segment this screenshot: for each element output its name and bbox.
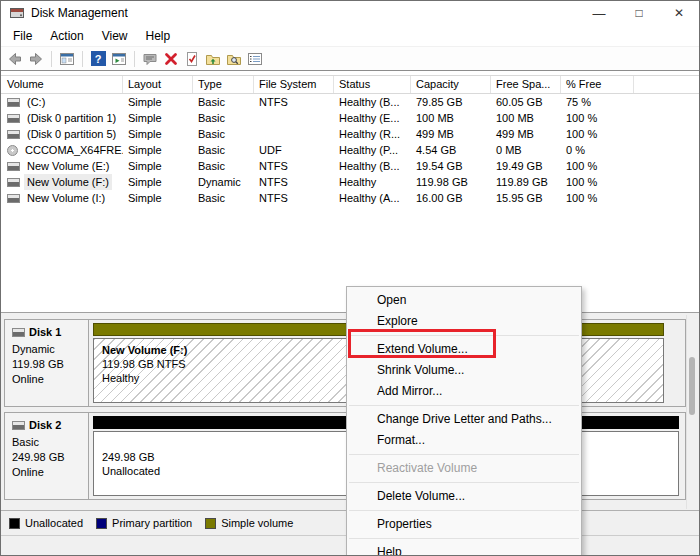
menubar-item[interactable]: Help xyxy=(137,29,180,43)
help-icon[interactable]: ? xyxy=(89,50,107,68)
column-header[interactable]: % Free xyxy=(561,76,634,93)
context-menu-item-label: Open xyxy=(377,293,406,307)
volume-pct-free: 100 % xyxy=(561,126,634,142)
minimize-button[interactable]: — xyxy=(579,1,619,25)
context-menu-item[interactable]: Reactivate Volume xyxy=(347,458,581,479)
folder-find-icon[interactable] xyxy=(225,50,243,68)
volume-row[interactable]: New Volume (F:) Simple Dynamic NTFS Heal… xyxy=(1,174,699,190)
disk-state: Online xyxy=(12,465,88,480)
show-console-tree-icon[interactable] xyxy=(58,50,76,68)
context-menu-item-label: Extend Volume... xyxy=(377,342,468,356)
context-menu-item[interactable]: Shrink Volume... xyxy=(347,360,581,381)
volume-capacity: 16.00 GB xyxy=(411,190,491,206)
screen-tip-icon[interactable] xyxy=(141,50,159,68)
context-menu-item[interactable]: Open xyxy=(347,290,581,311)
context-menu-item[interactable]: Extend Volume... xyxy=(347,339,581,360)
menubar-item[interactable]: Action xyxy=(41,29,92,43)
menubar-item[interactable]: View xyxy=(93,29,137,43)
volume-pct-free: 100 % xyxy=(561,158,634,174)
disk-kind: Basic xyxy=(12,435,88,450)
menubar-item[interactable]: File xyxy=(4,29,41,43)
volume-free-space: 499 MB xyxy=(491,126,561,142)
window-title: Disk Management xyxy=(31,6,128,20)
context-menu-item[interactable] xyxy=(347,402,581,409)
column-header[interactable]: Capacity xyxy=(411,76,491,93)
context-menu-item[interactable] xyxy=(347,332,581,339)
disk-row: Disk 2 Basic 249.98 GB Online 249.98 GB … xyxy=(4,412,686,500)
close-button[interactable]: ✕ xyxy=(659,1,699,25)
context-menu-item[interactable]: Help xyxy=(347,542,581,556)
volume-layout: Simple xyxy=(123,94,193,110)
volume-type: Basic xyxy=(193,142,254,158)
column-header[interactable]: Status xyxy=(334,76,411,93)
disk-icon xyxy=(12,421,25,430)
context-menu-item-label: Change Drive Letter and Paths... xyxy=(377,412,552,426)
volume-row[interactable]: (Disk 0 partition 1) Simple Basic Health… xyxy=(1,110,699,126)
volume-layout: Simple xyxy=(123,190,193,206)
volume-free-space: 19.49 GB xyxy=(491,158,561,174)
disk-name: Disk 2 xyxy=(29,418,61,433)
vertical-scrollbar[interactable] xyxy=(686,315,697,509)
volume-disk-icon xyxy=(7,145,18,156)
context-menu-item[interactable] xyxy=(347,479,581,486)
context-menu-item[interactable]: Properties xyxy=(347,514,581,535)
context-menu-item[interactable]: Change Drive Letter and Paths... xyxy=(347,409,581,430)
volume-row[interactable]: New Volume (E:) Simple Basic NTFS Health… xyxy=(1,158,699,174)
context-menu-item-label: Delete Volume... xyxy=(377,489,465,503)
volume-capacity: 499 MB xyxy=(411,126,491,142)
volume-status: Healthy (R... xyxy=(334,126,411,142)
scrollbar-thumb[interactable] xyxy=(689,357,695,415)
disk-label-panel[interactable]: Disk 2 Basic 249.98 GB Online xyxy=(5,413,89,499)
context-menu-item[interactable]: Format... xyxy=(347,430,581,451)
context-menu-item[interactable] xyxy=(347,507,581,514)
delete-volume-icon[interactable] xyxy=(162,50,180,68)
volume-list-pane: Volume Layout Type File System Status Ca… xyxy=(1,75,699,312)
column-header[interactable]: Volume xyxy=(1,76,123,93)
column-header[interactable]: Type xyxy=(193,76,254,93)
volume-capacity: 100 MB xyxy=(411,110,491,126)
volume-row[interactable]: CCCOMA_X64FRE... Simple Basic UDF Health… xyxy=(1,142,699,158)
column-header[interactable]: File System xyxy=(254,76,334,93)
volume-free-space: 0 MB xyxy=(491,142,561,158)
app-icon xyxy=(9,5,25,21)
forward-icon[interactable] xyxy=(27,50,45,68)
disk-size: 119.98 GB xyxy=(12,357,88,372)
folder-up-icon[interactable] xyxy=(204,50,222,68)
volume-row[interactable]: New Volume (I:) Simple Basic NTFS Health… xyxy=(1,190,699,206)
volume-row[interactable]: (Disk 0 partition 5) Simple Basic Health… xyxy=(1,126,699,142)
legend-swatch xyxy=(96,518,107,529)
context-menu-item[interactable]: Add Mirror... xyxy=(347,381,581,402)
volume-disk-icon xyxy=(7,98,20,107)
column-header[interactable]: Free Spa... xyxy=(491,76,561,93)
legend-label: Primary partition xyxy=(112,517,192,529)
volume-filesystem xyxy=(254,126,334,142)
disk-name: Disk 1 xyxy=(29,325,61,340)
context-menu-item[interactable] xyxy=(347,535,581,542)
context-menu-item-label: Explore xyxy=(377,314,418,328)
context-menu-item[interactable]: Delete Volume... xyxy=(347,486,581,507)
context-menu-item[interactable] xyxy=(347,451,581,458)
volume-name: (Disk 0 partition 5) xyxy=(24,126,119,142)
check-document-icon[interactable] xyxy=(183,50,201,68)
context-menu-item[interactable]: Explore xyxy=(347,311,581,332)
volume-filesystem: NTFS xyxy=(254,94,334,110)
volume-filesystem: UDF xyxy=(254,142,334,158)
volume-type: Basic xyxy=(193,126,254,142)
volume-list-header: Volume Layout Type File System Status Ca… xyxy=(1,75,699,94)
volume-list-rows: (C:) Simple Basic NTFS Healthy (B... 79.… xyxy=(1,94,699,206)
maximize-button[interactable]: □ xyxy=(619,1,659,25)
volume-name: CCCOMA_X64FRE... xyxy=(22,142,123,158)
volume-status: Healthy (B... xyxy=(334,158,411,174)
legend-swatch xyxy=(205,518,216,529)
volume-disk-icon xyxy=(7,178,20,187)
disk-label-panel[interactable]: Disk 1 Dynamic 119.98 GB Online xyxy=(5,320,89,406)
volume-pct-free: 75 % xyxy=(561,94,634,110)
toolbar-separator xyxy=(134,51,135,67)
properties-icon[interactable] xyxy=(246,50,264,68)
volume-layout: Simple xyxy=(123,142,193,158)
show-action-pane-icon[interactable] xyxy=(110,50,128,68)
disk-row: Disk 1 Dynamic 119.98 GB Online New Volu… xyxy=(4,319,686,407)
volume-row[interactable]: (C:) Simple Basic NTFS Healthy (B... 79.… xyxy=(1,94,699,110)
back-icon[interactable] xyxy=(6,50,24,68)
column-header[interactable]: Layout xyxy=(123,76,193,93)
